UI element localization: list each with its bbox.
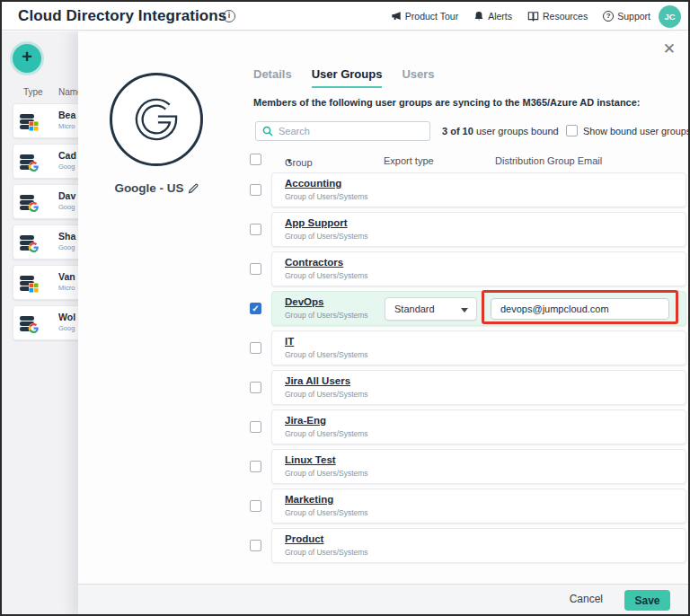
integration-name: Sha [58, 231, 75, 242]
google-logo-icon [110, 73, 203, 166]
bound-count: 3 of 10 [442, 126, 473, 136]
question-icon: ? [603, 11, 614, 22]
table-row-jira-all-users: Jira All UsersGroup of Users/Systems [78, 370, 688, 409]
integration-type: Goog [58, 203, 75, 211]
sidebar-column-name: Name [58, 87, 78, 97]
sidebar-column-type: Type [23, 87, 43, 97]
group-name-link[interactable]: Contractors [285, 257, 343, 268]
group-card: Jira All UsersGroup of Users/Systems [271, 370, 686, 405]
group-subtitle: Group of Users/Systems [285, 271, 368, 280]
sort-desc-icon: ▾ [288, 157, 291, 165]
group-name-link[interactable]: Jira-Eng [285, 415, 326, 426]
book-icon [527, 11, 539, 22]
group-card: ContractorsGroup of Users/Systems [271, 251, 686, 286]
nav-label: Resources [543, 11, 588, 22]
sidebar-integration-sha[interactable]: ShaGoog [13, 224, 78, 260]
group-card: MarketingGroup of Users/Systems [271, 488, 686, 524]
tab-details[interactable]: Details [253, 67, 292, 88]
tab-user-groups[interactable]: User Groups [312, 67, 383, 88]
row-checkbox[interactable] [250, 421, 261, 433]
table-row-devops: ✓DevOpsGroup of Users/SystemsStandard [78, 291, 688, 330]
group-subtitle: Group of Users/Systems [285, 508, 368, 517]
group-card: AccountingGroup of Users/Systems [271, 172, 686, 207]
integration-name: Wol [58, 312, 75, 322]
integration-type: Micro [58, 284, 75, 292]
save-button[interactable]: Save [624, 590, 670, 611]
select-all-checkbox[interactable] [250, 154, 261, 165]
chevron-down-icon [461, 308, 468, 312]
group-subtitle: Group of Users/Systems [285, 232, 368, 241]
integration-name: Van [58, 271, 75, 282]
group-name-link[interactable]: App Support [285, 217, 348, 228]
page-title: Cloud Directory Integrations [18, 7, 226, 25]
column-export-type: Export type [384, 155, 434, 166]
row-checkbox[interactable]: ✓ [250, 303, 261, 314]
group-name-link[interactable]: Product [285, 533, 323, 544]
group-subtitle: Group of Users/Systems [285, 548, 368, 557]
group-name-link[interactable]: Linux Test [285, 454, 336, 465]
column-distribution-email: Distribution Group Email [495, 155, 602, 166]
sidebar-integration-bea[interactable]: BeaMicro [13, 103, 78, 138]
group-subtitle: Group of Users/Systems [285, 429, 368, 438]
row-checkbox[interactable] [250, 540, 261, 551]
group-card: ITGroup of Users/Systems [271, 330, 686, 365]
app-header: Cloud Directory Integrations i Product T… [2, 2, 688, 31]
avatar[interactable]: JC [659, 5, 681, 28]
integration-type: Goog [58, 324, 75, 332]
group-card: ProductGroup of Users/Systems [271, 528, 686, 563]
export-type-select[interactable]: Standard [385, 297, 477, 321]
distribution-email-input[interactable] [491, 298, 669, 320]
nav-alerts[interactable]: Alerts [473, 11, 512, 22]
group-name-link[interactable]: IT [285, 336, 294, 347]
row-checkbox[interactable] [250, 224, 261, 235]
panel-footer: Cancel Save [78, 584, 688, 616]
row-checkbox[interactable] [250, 382, 261, 393]
sidebar-integration-cad[interactable]: CadGoog [13, 144, 78, 179]
table-row-jira-eng: Jira-EngGroup of Users/Systems [78, 409, 688, 449]
bound-summary: 3 of 10 user groups bound [442, 126, 559, 136]
show-bound-checkbox[interactable] [566, 125, 578, 136]
show-bound-label: Show bound user groups (3) [583, 126, 690, 136]
sidebar-integration-van[interactable]: VanMicro [13, 265, 78, 300]
cancel-button[interactable]: Cancel [570, 593, 603, 605]
add-integration-button[interactable]: + [13, 44, 41, 73]
export-type-value: Standard [394, 304, 435, 314]
group-subtitle: Group of Users/Systems [285, 390, 368, 399]
group-name-link[interactable]: Accounting [285, 178, 341, 189]
search-input[interactable] [279, 126, 423, 136]
table-row-marketing: MarketingGroup of Users/Systems [78, 488, 688, 528]
sidebar-integration-dav[interactable]: DavGoog [13, 184, 78, 219]
integration-panel: ✕ Google - US Details User Groups Users … [78, 31, 688, 616]
nav-support[interactable]: ?Support [603, 11, 650, 22]
search-icon [262, 126, 273, 136]
integration-type: Micro [58, 122, 75, 130]
group-card: App SupportGroup of Users/Systems [271, 212, 686, 247]
row-checkbox[interactable] [250, 342, 261, 354]
nav-resources[interactable]: Resources [527, 11, 588, 22]
group-name-link[interactable]: Jira All Users [285, 375, 350, 386]
panel-tabs: Details User Groups Users [253, 67, 435, 88]
app-window: Cloud Directory Integrations i Product T… [0, 0, 690, 616]
row-checkbox[interactable] [250, 461, 261, 472]
row-checkbox[interactable] [250, 263, 261, 275]
table-row-accounting: AccountingGroup of Users/Systems [78, 172, 688, 212]
nav-product-tour[interactable]: Product Tour [391, 11, 458, 22]
group-card: DevOpsGroup of Users/SystemsStandard [271, 291, 686, 326]
group-name-link[interactable]: DevOps [285, 296, 323, 307]
table-row-it: ITGroup of Users/Systems [78, 330, 688, 370]
close-icon[interactable]: ✕ [663, 41, 676, 57]
header-nav: Product TourAlertsResources?Support [391, 2, 650, 31]
show-bound-toggle: Show bound user groups (3) [566, 125, 690, 136]
info-icon[interactable]: i [223, 10, 235, 22]
group-subtitle: Group of Users/Systems [285, 350, 368, 359]
tab-users[interactable]: Users [402, 67, 434, 88]
group-subtitle: Group of Users/Systems [285, 311, 368, 320]
row-checkbox[interactable] [250, 500, 261, 512]
table-header: Group▾ Export type Distribution Group Em… [78, 154, 688, 172]
group-subtitle: Group of Users/Systems [285, 469, 368, 478]
group-name-link[interactable]: Marketing [285, 494, 333, 505]
row-checkbox[interactable] [250, 184, 261, 196]
sidebar-integration-wol[interactable]: WolGoog [13, 305, 78, 340]
group-card: Linux TestGroup of Users/Systems [271, 449, 686, 484]
google-g-outline-icon [128, 92, 184, 147]
